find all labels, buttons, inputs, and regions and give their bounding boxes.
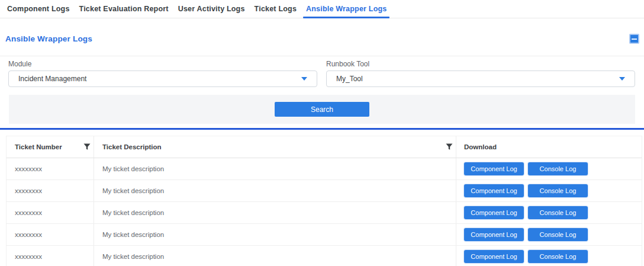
table-row: xxxxxxxx My ticket description Component… <box>7 202 642 224</box>
module-select[interactable]: Incident Management <box>8 70 317 87</box>
runbook-tool-field-group: Runbook Tool My_Tool <box>326 60 635 87</box>
column-label: Ticket Description <box>102 143 162 150</box>
ticket-description-value: My ticket description <box>102 253 164 260</box>
tab-ticket-logs[interactable]: Ticket Logs <box>252 0 300 18</box>
runbook-tool-select[interactable]: My_Tool <box>326 70 635 87</box>
ticket-number-cell: xxxxxxxx <box>7 180 94 201</box>
component-log-button[interactable]: Component Log <box>464 250 524 263</box>
logs-table: Ticket Number Ticket Description Downloa… <box>6 136 642 266</box>
ticket-number-cell: xxxxxxxx <box>7 158 94 180</box>
ticket-number-value: xxxxxxxx <box>15 231 42 238</box>
tab-component-logs[interactable]: Component Logs <box>4 0 73 18</box>
ticket-number-cell: xxxxxxxx <box>7 246 94 266</box>
col-header-ticket-number: Ticket Number <box>7 136 94 158</box>
col-header-download: Download <box>456 136 642 158</box>
tab-ansible-wrapper-logs[interactable]: Ansible Wrapper Logs <box>303 0 389 18</box>
module-field-group: Module Incident Management <box>8 60 317 87</box>
blue-divider <box>0 128 644 130</box>
console-log-button[interactable]: Console Log <box>528 184 588 197</box>
download-cell: Component Log Console Log <box>456 202 642 223</box>
module-selected-value: Incident Management <box>18 75 301 83</box>
ticket-number-value: xxxxxxxx <box>15 165 42 172</box>
ticket-number-cell: xxxxxxxx <box>7 202 94 223</box>
col-header-ticket-description: Ticket Description <box>94 136 456 158</box>
component-log-button[interactable]: Component Log <box>464 162 524 175</box>
ticket-description-value: My ticket description <box>102 187 164 194</box>
ticket-description-value: My ticket description <box>102 165 164 172</box>
table-row: xxxxxxxx My ticket description Component… <box>7 246 642 266</box>
console-log-button[interactable]: Console Log <box>528 206 588 219</box>
table-row: xxxxxxxx My ticket description Component… <box>7 158 642 180</box>
tab-user-activity-logs[interactable]: User Activity Logs <box>175 0 248 18</box>
ticket-number-value: xxxxxxxx <box>15 187 42 194</box>
runbook-tool-selected-value: My_Tool <box>336 75 619 83</box>
ticket-description-value: My ticket description <box>102 231 164 238</box>
module-label: Module <box>8 60 317 68</box>
column-label: Ticket Number <box>15 143 62 150</box>
ticket-description-cell: My ticket description <box>94 180 456 201</box>
search-panel: Search <box>9 95 635 124</box>
collapse-section-button[interactable] <box>629 34 639 44</box>
ticket-number-cell: xxxxxxxx <box>7 224 94 245</box>
ticket-description-cell: My ticket description <box>94 158 456 180</box>
console-log-button[interactable]: Console Log <box>528 162 588 175</box>
table-row: xxxxxxxx My ticket description Component… <box>7 224 642 246</box>
column-label: Download <box>464 143 497 150</box>
download-cell: Component Log Console Log <box>456 158 642 180</box>
runbook-tool-label: Runbook Tool <box>326 60 635 68</box>
filter-form: Module Incident Management Runbook Tool … <box>0 56 644 87</box>
section-header: Ansible Wrapper Logs <box>0 18 644 56</box>
console-log-button[interactable]: Console Log <box>528 228 588 241</box>
table-row: xxxxxxxx My ticket description Component… <box>7 180 642 202</box>
download-cell: Component Log Console Log <box>456 246 642 266</box>
tab-bar: Component Logs Ticket Evaluation Report … <box>0 0 644 18</box>
ticket-description-cell: My ticket description <box>94 246 456 266</box>
filter-icon[interactable] <box>446 143 453 150</box>
chevron-down-icon <box>301 77 307 81</box>
ticket-description-cell: My ticket description <box>94 224 456 245</box>
page-title: Ansible Wrapper Logs <box>5 34 92 43</box>
download-cell: Component Log Console Log <box>456 224 642 245</box>
ticket-number-value: xxxxxxxx <box>15 253 42 260</box>
download-cell: Component Log Console Log <box>456 180 642 201</box>
tab-ticket-evaluation-report[interactable]: Ticket Evaluation Report <box>76 0 172 18</box>
table-header-row: Ticket Number Ticket Description Downloa… <box>7 136 642 158</box>
component-log-button[interactable]: Component Log <box>464 206 524 219</box>
search-button[interactable]: Search <box>275 102 369 117</box>
filter-icon[interactable] <box>83 143 91 150</box>
ticket-number-value: xxxxxxxx <box>15 209 42 216</box>
ticket-description-value: My ticket description <box>102 209 164 216</box>
component-log-button[interactable]: Component Log <box>464 184 524 197</box>
console-log-button[interactable]: Console Log <box>528 250 588 263</box>
minus-icon <box>632 39 637 40</box>
chevron-down-icon <box>619 77 625 81</box>
ticket-description-cell: My ticket description <box>94 202 456 223</box>
component-log-button[interactable]: Component Log <box>464 228 524 241</box>
